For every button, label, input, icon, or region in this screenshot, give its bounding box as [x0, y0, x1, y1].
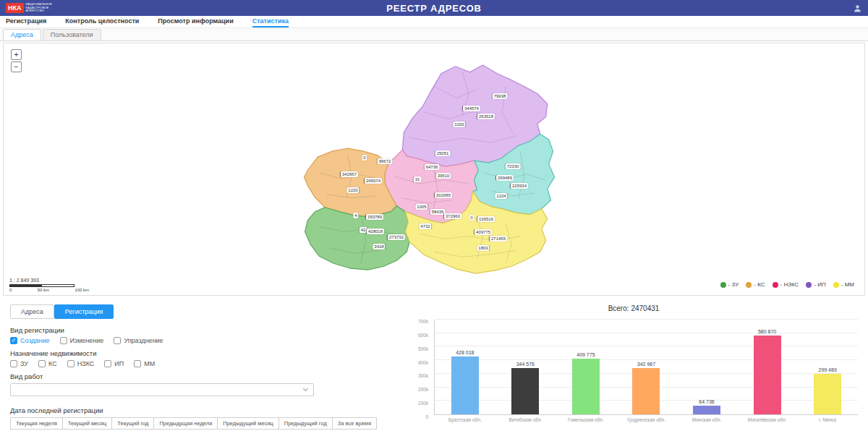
- menu-item-2[interactable]: Просмотр информации: [158, 16, 233, 27]
- chart-column: 64 736Минская обл.: [685, 320, 728, 414]
- checkbox-label: Создание: [20, 337, 50, 344]
- person-icon: [853, 4, 862, 13]
- date-filter-button-3[interactable]: Предыдущая неделя: [153, 417, 218, 430]
- checkbox-option[interactable]: ЗУ: [10, 360, 28, 367]
- chart-bar[interactable]: [511, 368, 539, 414]
- menu-item-1[interactable]: Контроль целостности: [65, 16, 139, 27]
- page-title: РЕЕСТР АДРЕСОВ: [0, 3, 868, 14]
- section-tabs: АдресаПользователи: [0, 28, 868, 41]
- legend-item: - ИП: [806, 281, 825, 288]
- legend-item: - ЗУ: [720, 281, 739, 288]
- checkbox-option[interactable]: Изменение: [60, 337, 104, 344]
- checkbox-option[interactable]: ММ: [134, 360, 155, 367]
- chart-column: 344 576Витебская обл.: [503, 320, 547, 414]
- zoom-out-button[interactable]: −: [11, 61, 22, 72]
- bar-value-label: 580 870: [758, 329, 776, 334]
- filter-tab-0[interactable]: Адреса: [10, 304, 54, 319]
- date-filter-button-5[interactable]: Предыдущий год: [278, 417, 333, 430]
- date-filter-buttons: Текущая неделяТекущий месяцТекущий годПр…: [10, 417, 405, 430]
- checkbox-label: ЗУ: [20, 360, 28, 367]
- x-axis-label: Минская обл.: [692, 417, 721, 422]
- app-header: НКА НАЦИОНАЛЬНОЕ КАДАСТРОВОЕ АГЕНТСТВО Р…: [0, 0, 868, 16]
- legend-dot: [806, 282, 812, 288]
- filter-tab-1[interactable]: Регистрация: [54, 304, 114, 319]
- checkbox[interactable]: [134, 360, 141, 367]
- region-brestskaya[interactable]: [305, 206, 410, 270]
- work-type-label: Вид работ: [10, 372, 405, 380]
- checkbox-option[interactable]: Создание: [10, 337, 50, 344]
- checkbox[interactable]: [10, 337, 17, 344]
- chart-column: 409 775Гомельская обл.: [564, 320, 608, 414]
- chart-bar[interactable]: [754, 336, 781, 414]
- filter-group-label: Вид регистрации: [10, 326, 405, 334]
- tab-1[interactable]: Пользователи: [43, 29, 101, 40]
- legend-label: - ММ: [841, 281, 854, 288]
- checkbox[interactable]: [10, 360, 17, 367]
- filter-groups: Вид регистрацииСозданиеИзменениеУпраздне…: [10, 326, 405, 367]
- user-menu-button[interactable]: [853, 4, 862, 13]
- legend-item: - ММ: [833, 281, 854, 288]
- map-scale: 1 : 2 849 393 0 50 km 100 km: [9, 278, 89, 292]
- chart-y-axis: 0100k200k300k400k500k600k700k: [408, 320, 431, 415]
- scale-bar: [9, 284, 75, 287]
- tab-0[interactable]: Адреса: [3, 29, 41, 40]
- belarus-map: [4, 43, 864, 295]
- bar-value-label: 409 775: [576, 352, 595, 357]
- chart-bar[interactable]: [572, 359, 600, 414]
- date-filter-button-1[interactable]: Текущий месяц: [62, 417, 113, 430]
- date-filter-button-0[interactable]: Текущая неделя: [10, 417, 63, 430]
- scale-label-0: 0: [9, 288, 12, 292]
- bottom-section: АдресаРегистрация Вид регистрацииСоздани…: [0, 296, 868, 443]
- checkbox-label: Упразднение: [124, 337, 163, 344]
- chart-bar[interactable]: [632, 368, 660, 414]
- checkbox-option[interactable]: Упразднение: [114, 337, 163, 344]
- map-legend: - ЗУ- КС- НЗКС- ИП- ММ: [720, 281, 854, 288]
- legend-dot: [720, 282, 726, 288]
- y-axis-label: 600k: [418, 333, 428, 338]
- filter-group-label: Назначение недвижимости: [10, 349, 405, 357]
- nka-logo-text: НАЦИОНАЛЬНОЕ КАДАСТРОВОЕ АГЕНТСТВО: [26, 3, 52, 13]
- filter-options: ЗУКСНЗКСИПММ: [10, 360, 405, 367]
- legend-dot: [773, 282, 778, 288]
- work-type-select[interactable]: [10, 383, 314, 396]
- main-menu: РегистрацияКонтроль целостностиПросмотр …: [0, 16, 868, 28]
- chart-title: Всего: 2470431: [409, 304, 858, 312]
- checkbox-option[interactable]: КС: [38, 360, 57, 367]
- bar-value-label: 344 576: [516, 362, 535, 367]
- checkbox[interactable]: [67, 360, 75, 367]
- menu-item-0[interactable]: Регистрация: [6, 16, 46, 27]
- date-filter-button-6[interactable]: За все время: [332, 417, 377, 430]
- checkbox-option[interactable]: ИП: [104, 360, 124, 367]
- checkbox-option[interactable]: НЗКС: [67, 360, 95, 367]
- legend-label: - ЗУ: [728, 281, 739, 288]
- checkbox-label: НЗКС: [77, 360, 95, 367]
- checkbox[interactable]: [104, 360, 111, 367]
- bar-value-label: 299 489: [819, 367, 837, 372]
- y-axis-label: 500k: [418, 346, 428, 351]
- checkbox[interactable]: [114, 337, 121, 344]
- legend-item: - НЗКС: [773, 281, 799, 288]
- date-filter-button-4[interactable]: Предыдущий месяц: [217, 417, 279, 430]
- checkbox-label: ММ: [144, 360, 155, 367]
- checkbox-label: Изменение: [70, 337, 104, 344]
- scale-bar-labels: 0 50 km 100 km: [9, 288, 89, 292]
- y-axis-label: 200k: [418, 387, 428, 392]
- chart-column: 428 018Брестская обл.: [443, 320, 487, 414]
- date-filter-button-2[interactable]: Текущий год: [111, 417, 154, 430]
- menu-item-3[interactable]: Статистика: [252, 16, 289, 27]
- chart-plot-area: 428 018Брестская обл.344 576Витебская об…: [434, 320, 858, 415]
- region-grodnenskaya[interactable]: [305, 148, 397, 216]
- y-axis-label: 100k: [418, 401, 428, 406]
- checkbox[interactable]: [60, 337, 67, 344]
- nka-logo: НКА НАЦИОНАЛЬНОЕ КАДАСТРОВОЕ АГЕНТСТВО: [6, 3, 52, 13]
- checkbox-label: ИП: [114, 360, 124, 367]
- scale-ratio-text: 1 : 2 849 393: [9, 278, 89, 283]
- chart-column: 580 870Могилёвская обл.: [746, 320, 789, 414]
- zoom-in-button[interactable]: +: [11, 49, 22, 60]
- chart-columns: 428 018Брестская обл.344 576Витебская об…: [435, 320, 858, 414]
- chart-bar[interactable]: [693, 406, 720, 414]
- y-axis-label: 700k: [418, 319, 428, 324]
- chart-bar[interactable]: [451, 357, 479, 414]
- chart-bar[interactable]: [814, 374, 841, 414]
- checkbox[interactable]: [38, 360, 46, 367]
